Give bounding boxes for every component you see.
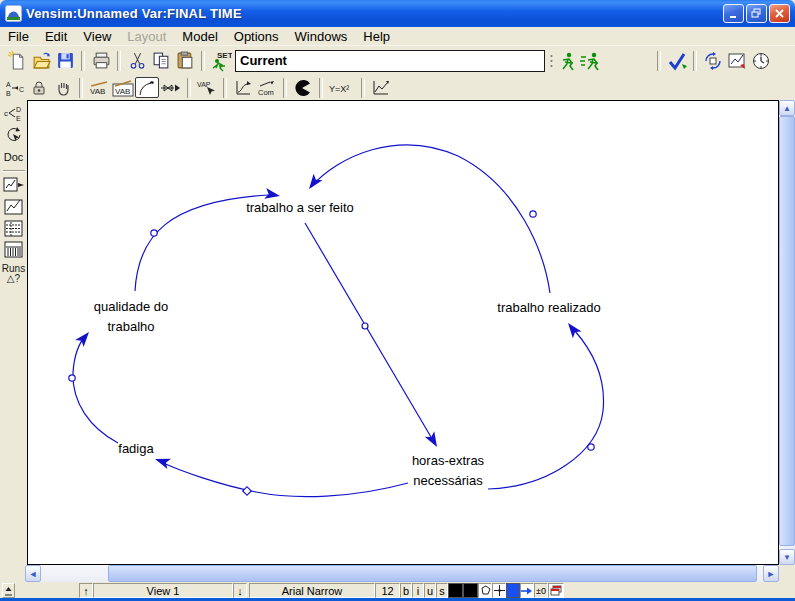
shape-button[interactable] (478, 583, 492, 598)
menu-edit[interactable]: Edit (37, 28, 75, 45)
menu-windows[interactable]: Windows (287, 28, 356, 45)
causes-strip-button[interactable] (2, 175, 26, 195)
analysis-sidebar: c DE Doc (0, 100, 27, 565)
strike-button[interactable]: s (436, 583, 448, 598)
rate-tool[interactable] (159, 77, 183, 98)
arrow-width-button[interactable] (520, 583, 534, 598)
minimize-icon (728, 8, 739, 19)
menu-file[interactable]: File (0, 28, 37, 45)
scroll-up-button[interactable]: ▲ (779, 100, 795, 116)
shadow-variable-tool[interactable]: VAP (195, 77, 219, 98)
font-size-panel[interactable]: 12 (375, 583, 400, 598)
scroll-down-button[interactable]: ▼ (779, 549, 795, 565)
link-trabalho-realizado-to-trabalho-a-ser-feito[interactable] (305, 145, 550, 293)
collapse-toolbar-button[interactable] (2, 583, 15, 598)
italic-button[interactable]: i (412, 583, 424, 598)
underline-button[interactable]: u (424, 583, 436, 598)
control-panel-button[interactable] (749, 49, 773, 72)
view-name: View 1 (147, 585, 180, 597)
table-time-button[interactable] (2, 240, 26, 259)
scroll-left-button[interactable]: ◄ (25, 565, 41, 582)
toolbar-separator (657, 51, 661, 71)
node-trabalho-realizado[interactable]: trabalho realizado (479, 300, 619, 316)
arrow-tool[interactable] (135, 77, 159, 98)
restore-button[interactable] (746, 4, 767, 23)
graph-button[interactable] (2, 197, 26, 217)
table-rows-icon (4, 220, 24, 237)
position-button[interactable] (492, 583, 506, 598)
hide-levels-button[interactable]: ±0 (534, 583, 548, 598)
close-button[interactable] (769, 4, 790, 23)
lock-tool[interactable] (27, 77, 51, 98)
svg-text:D: D (16, 106, 21, 113)
cycle-document-icon (703, 51, 723, 71)
link-horas-extras-to-fadiga[interactable] (153, 454, 408, 497)
document-button[interactable]: Doc (2, 149, 26, 165)
node-fadiga[interactable]: fadiga (106, 441, 166, 457)
fill-color-swatch[interactable] (506, 583, 520, 598)
synthesim-runner-icon (580, 51, 602, 71)
print-button[interactable] (89, 49, 113, 72)
link-trabalho-a-ser-feito-to-horas-extras[interactable] (305, 223, 442, 450)
move-size-tool[interactable] (51, 77, 75, 98)
menu-help[interactable]: Help (355, 28, 398, 45)
scroll-right-button[interactable]: ► (763, 565, 779, 582)
check-model-button[interactable] (665, 49, 689, 72)
comment-tool[interactable]: Com (255, 77, 279, 98)
cascade-windows-icon (550, 585, 562, 596)
horizontal-scrollbar[interactable]: ◄ ► (25, 565, 779, 582)
node-trabalho-a-ser-feito[interactable]: trabalho a ser feito (230, 200, 370, 216)
runs-compare-button[interactable]: Runs △? (2, 261, 26, 287)
menu-options[interactable]: Options (226, 28, 287, 45)
causes-tree-button[interactable]: c DE (2, 103, 26, 123)
cut-scissors-icon (128, 51, 147, 70)
copy-button[interactable] (149, 49, 173, 72)
node-qualidade-do-trabalho[interactable]: qualidade do trabalho (81, 297, 181, 337)
vertical-scrollbar[interactable]: ▲ ▼ (779, 100, 795, 565)
variable-tool[interactable]: VAB (87, 77, 111, 98)
save-button[interactable] (53, 49, 77, 72)
link-horas-extras-to-trabalho-realizado[interactable] (488, 320, 604, 489)
bold-button[interactable]: b (400, 583, 412, 598)
toolbar-grip[interactable] (547, 51, 555, 71)
menu-model[interactable]: Model (174, 28, 225, 45)
horizontal-scroll-thumb[interactable] (108, 565, 757, 582)
reality-check-button[interactable] (701, 49, 725, 72)
workbench-variable-input[interactable] (235, 50, 545, 72)
view-up-button[interactable]: ↑ (79, 583, 93, 598)
table-button[interactable] (2, 219, 26, 238)
simulate-button[interactable] (555, 49, 579, 72)
output-windows-button[interactable] (725, 49, 749, 72)
crosshair-icon (494, 585, 505, 596)
set-simulation-button[interactable]: SET (209, 49, 233, 72)
open-button[interactable] (29, 49, 53, 72)
cut-button[interactable] (125, 49, 149, 72)
merge-abc-tool[interactable]: A B C (3, 77, 27, 98)
uses-tree-button[interactable] (2, 125, 26, 147)
font-name-panel[interactable]: Arial Narrow (249, 583, 375, 598)
svg-text:C: C (19, 86, 24, 93)
view-name-panel[interactable]: View 1 (93, 583, 233, 598)
minimize-button[interactable] (723, 4, 744, 23)
new-button[interactable] (5, 49, 29, 72)
menu-view[interactable]: View (75, 28, 119, 45)
synthesim-button[interactable] (579, 49, 603, 72)
toolbar-separator (693, 51, 697, 71)
reference-modes-tool[interactable] (369, 77, 393, 98)
window-options-button[interactable] (548, 583, 564, 598)
box-variable-tool[interactable]: VAB (111, 77, 135, 98)
input-output-tool[interactable] (231, 77, 255, 98)
view-down-button[interactable]: ↓ (233, 583, 247, 598)
box-color-swatch[interactable] (463, 583, 478, 598)
vertical-scroll-thumb[interactable] (779, 116, 795, 546)
sketch-canvas[interactable]: trabalho a ser feito qualidade do trabal… (27, 100, 779, 565)
delete-tool[interactable] (291, 77, 315, 98)
save-floppy-icon (56, 51, 75, 70)
equations-tool[interactable]: Y=X² (327, 77, 357, 98)
node-horas-extras-necessarias[interactable]: horas-extras necessárias (403, 451, 493, 491)
variable-vab-icon: VAB (88, 79, 110, 97)
paste-button[interactable] (173, 49, 197, 72)
link-fadiga-to-qualidade[interactable] (69, 328, 118, 443)
comment-icon: Com (256, 79, 278, 97)
text-color-swatch[interactable] (448, 583, 463, 598)
